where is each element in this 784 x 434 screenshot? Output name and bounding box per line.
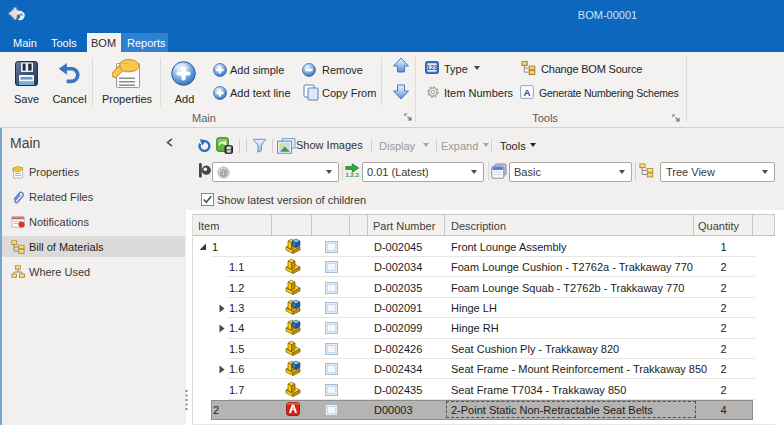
svg-text:@: @ [219, 167, 228, 177]
svg-text:A: A [524, 87, 531, 98]
svg-text:123: 123 [427, 64, 438, 71]
svg-text:1.2.3: 1.2.3 [346, 172, 360, 178]
